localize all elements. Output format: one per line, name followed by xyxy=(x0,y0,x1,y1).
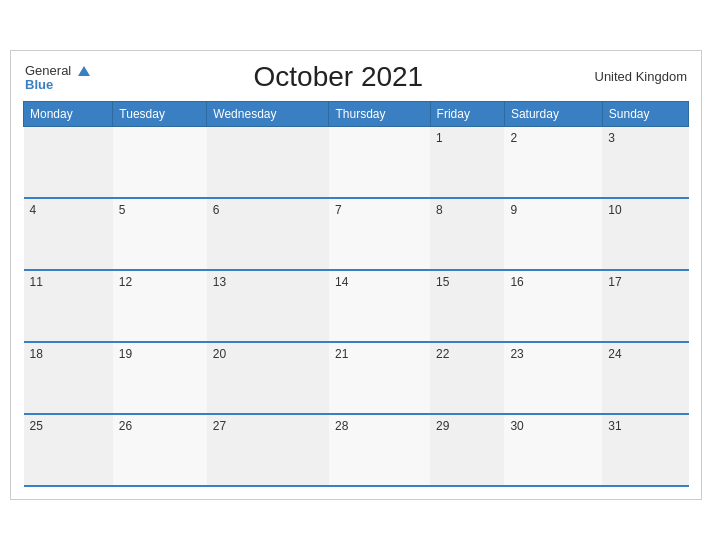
day-number: 29 xyxy=(436,419,449,433)
day-cell: 13 xyxy=(207,270,329,342)
day-cell: 31 xyxy=(602,414,688,486)
col-friday: Friday xyxy=(430,101,504,126)
day-number: 27 xyxy=(213,419,226,433)
empty-cell xyxy=(113,126,207,198)
col-thursday: Thursday xyxy=(329,101,430,126)
calendar-container: General Blue October 2021 United Kingdom… xyxy=(10,50,702,501)
day-number: 19 xyxy=(119,347,132,361)
week-row-4: 18192021222324 xyxy=(24,342,689,414)
day-number: 24 xyxy=(608,347,621,361)
day-cell: 17 xyxy=(602,270,688,342)
calendar-grid: Monday Tuesday Wednesday Thursday Friday… xyxy=(23,101,689,488)
week-row-1: 123 xyxy=(24,126,689,198)
day-number: 28 xyxy=(335,419,348,433)
logo: General Blue xyxy=(25,61,90,93)
day-number: 22 xyxy=(436,347,449,361)
day-number: 17 xyxy=(608,275,621,289)
day-cell: 19 xyxy=(113,342,207,414)
day-cell: 1 xyxy=(430,126,504,198)
day-cell: 29 xyxy=(430,414,504,486)
day-cell: 3 xyxy=(602,126,688,198)
day-cell: 5 xyxy=(113,198,207,270)
day-number: 5 xyxy=(119,203,126,217)
day-number: 1 xyxy=(436,131,443,145)
col-tuesday: Tuesday xyxy=(113,101,207,126)
day-number: 10 xyxy=(608,203,621,217)
logo-triangle-icon xyxy=(78,66,90,76)
day-number: 16 xyxy=(510,275,523,289)
day-cell: 14 xyxy=(329,270,430,342)
logo-blue-text: Blue xyxy=(25,78,90,92)
col-sunday: Sunday xyxy=(602,101,688,126)
calendar-title: October 2021 xyxy=(90,61,587,93)
day-number: 31 xyxy=(608,419,621,433)
day-number: 14 xyxy=(335,275,348,289)
day-cell: 16 xyxy=(504,270,602,342)
day-cell: 24 xyxy=(602,342,688,414)
day-number: 8 xyxy=(436,203,443,217)
day-cell: 21 xyxy=(329,342,430,414)
day-header-row: Monday Tuesday Wednesday Thursday Friday… xyxy=(24,101,689,126)
day-cell: 11 xyxy=(24,270,113,342)
calendar-region: United Kingdom xyxy=(587,69,687,84)
day-number: 21 xyxy=(335,347,348,361)
day-cell: 4 xyxy=(24,198,113,270)
day-number: 6 xyxy=(213,203,220,217)
day-cell: 8 xyxy=(430,198,504,270)
day-number: 30 xyxy=(510,419,523,433)
day-cell: 15 xyxy=(430,270,504,342)
day-number: 12 xyxy=(119,275,132,289)
day-cell: 6 xyxy=(207,198,329,270)
day-cell: 26 xyxy=(113,414,207,486)
day-number: 3 xyxy=(608,131,615,145)
day-cell: 27 xyxy=(207,414,329,486)
day-cell: 30 xyxy=(504,414,602,486)
day-number: 2 xyxy=(510,131,517,145)
day-number: 23 xyxy=(510,347,523,361)
empty-cell xyxy=(207,126,329,198)
day-number: 11 xyxy=(30,275,43,289)
day-cell: 12 xyxy=(113,270,207,342)
day-cell: 2 xyxy=(504,126,602,198)
empty-cell xyxy=(24,126,113,198)
day-number: 18 xyxy=(30,347,43,361)
logo-line1: General xyxy=(25,61,90,79)
day-cell: 7 xyxy=(329,198,430,270)
day-number: 26 xyxy=(119,419,132,433)
empty-cell xyxy=(329,126,430,198)
week-row-2: 45678910 xyxy=(24,198,689,270)
day-number: 7 xyxy=(335,203,342,217)
day-cell: 22 xyxy=(430,342,504,414)
day-number: 9 xyxy=(510,203,517,217)
day-number: 4 xyxy=(30,203,37,217)
day-cell: 25 xyxy=(24,414,113,486)
day-cell: 18 xyxy=(24,342,113,414)
week-row-5: 25262728293031 xyxy=(24,414,689,486)
day-cell: 9 xyxy=(504,198,602,270)
col-wednesday: Wednesday xyxy=(207,101,329,126)
day-cell: 23 xyxy=(504,342,602,414)
day-number: 20 xyxy=(213,347,226,361)
col-saturday: Saturday xyxy=(504,101,602,126)
calendar-header: General Blue October 2021 United Kingdom xyxy=(23,61,689,93)
logo-general-text: General xyxy=(25,63,71,78)
week-row-3: 11121314151617 xyxy=(24,270,689,342)
day-cell: 20 xyxy=(207,342,329,414)
day-number: 25 xyxy=(30,419,43,433)
day-cell: 28 xyxy=(329,414,430,486)
day-cell: 10 xyxy=(602,198,688,270)
day-number: 15 xyxy=(436,275,449,289)
col-monday: Monday xyxy=(24,101,113,126)
day-number: 13 xyxy=(213,275,226,289)
